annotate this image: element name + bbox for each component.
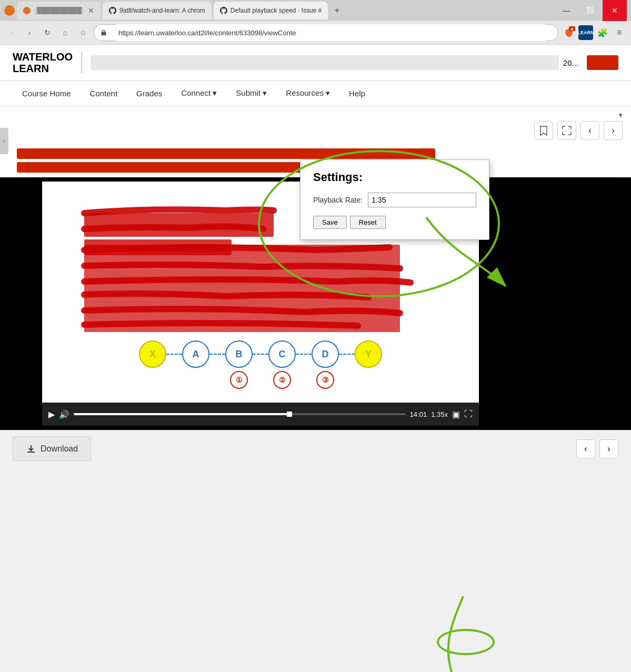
minimize-button[interactable]: —	[554, 0, 578, 21]
header-redacted-2	[587, 55, 618, 70]
redacted-line-2	[17, 162, 316, 173]
github-icon-tab2	[109, 7, 116, 14]
bottom-bar: Download ‹ ›	[0, 430, 631, 467]
node-d: D	[312, 340, 339, 368]
nav-resources[interactable]: Resources ▾	[276, 81, 339, 106]
sub-node-3: ③	[316, 371, 334, 389]
lock-icon	[101, 29, 107, 36]
play-button[interactable]: ▶	[48, 409, 55, 419]
tab-1-close[interactable]: ✕	[88, 6, 94, 15]
extensions-button[interactable]: 🧩	[595, 25, 610, 40]
url-input[interactable]	[110, 24, 552, 41]
content-dropdown[interactable]: ▾	[619, 111, 623, 119]
settings-popup: Settings: Playback Rate: Save Reset	[300, 159, 489, 240]
playback-rate-input[interactable]	[368, 193, 476, 207]
shield-count: ▲	[569, 26, 575, 31]
nav-grades[interactable]: Grades	[127, 82, 172, 106]
dash-1	[166, 354, 182, 355]
tab-1[interactable]: ██████████ ✕	[17, 2, 101, 19]
tab-2-title: 9at8/watch-and-learn: A chrom	[119, 7, 205, 14]
nav-submit[interactable]: Submit ▾	[226, 81, 276, 106]
main-nav: Course Home Content Grades Connect ▾ Sub…	[0, 81, 631, 107]
diagram-area: X A B	[42, 332, 479, 397]
node-y: Y	[355, 340, 382, 368]
nav-course-home[interactable]: Course Home	[13, 82, 81, 106]
maximize-button[interactable]: ⬜	[578, 0, 603, 21]
node-x: X	[139, 340, 166, 368]
svg-rect-1	[84, 213, 274, 237]
browser-actions: ▲ LEARN 🧩 ≡	[562, 25, 627, 40]
progress-fill	[74, 413, 289, 415]
back-button[interactable]: ‹	[4, 25, 19, 40]
save-button[interactable]: Save	[313, 216, 347, 229]
tab-3[interactable]: Default playback speed · Issue #	[214, 2, 328, 19]
time-display: 14:01	[410, 410, 427, 418]
github-icon-tab3	[220, 7, 227, 14]
site-header: WATERLOO LEARN 20...	[0, 45, 631, 81]
next-button[interactable]: ›	[604, 121, 623, 140]
video-left-black	[0, 182, 42, 426]
prev-button[interactable]: ‹	[580, 121, 599, 140]
dropdown-text: ▾	[619, 111, 623, 119]
redacted-line-1	[17, 148, 435, 159]
new-tab-button[interactable]: +	[330, 5, 344, 16]
expand-button[interactable]	[557, 121, 576, 140]
progress-bar[interactable]	[74, 413, 406, 415]
dash-3	[253, 354, 268, 355]
fullscreen-button[interactable]: ⛶	[464, 409, 473, 419]
speed-display[interactable]: 1.35x	[431, 410, 448, 418]
spacer-d2	[253, 371, 268, 389]
content-dropdown-area: ▾	[0, 107, 631, 119]
side-panel-toggle[interactable]: ›	[0, 128, 8, 154]
sub-node-1: ①	[230, 371, 248, 389]
tab-bar: ██████████ ✕ 9at8/watch-and-learn: A chr…	[0, 0, 631, 21]
content-wrapper: ▾ ‹ › ›	[0, 107, 631, 467]
bookmark-nav-button[interactable]: ☆	[76, 25, 91, 40]
expand-icon	[562, 126, 572, 135]
address-bar-container[interactable]	[94, 24, 558, 41]
node-row: X A B	[53, 340, 468, 368]
pip-button[interactable]: ▣	[452, 409, 460, 419]
sub-node-3-container: ③	[312, 371, 339, 389]
settings-title: Settings:	[313, 170, 476, 184]
toggle-arrow: ›	[3, 138, 5, 144]
node-c: C	[268, 340, 296, 368]
node-b: B	[225, 340, 253, 368]
spacer-x	[182, 371, 209, 389]
learn-extension-button[interactable]: LEARN	[578, 25, 593, 40]
dash-4	[296, 354, 312, 355]
sub-node-1-container: ①	[225, 371, 253, 389]
menu-button[interactable]: ≡	[612, 25, 627, 40]
waterloo-learn-logo: WATERLOO LEARN	[13, 51, 73, 74]
bookmark-icon	[539, 125, 548, 136]
volume-button[interactable]: 🔊	[59, 409, 69, 419]
download-icon	[26, 444, 36, 454]
brave-shield-button[interactable]: ▲	[562, 25, 576, 40]
brave-tab-icon	[23, 7, 31, 14]
spacer-d3	[296, 371, 312, 389]
bookmark-button[interactable]	[534, 121, 553, 140]
download-button[interactable]: Download	[13, 437, 91, 461]
settings-actions: Save Reset	[313, 216, 476, 229]
reset-button[interactable]: Reset	[350, 216, 386, 229]
refresh-button[interactable]: ↻	[40, 25, 55, 40]
sub-node-row: ① ② ③	[53, 371, 468, 389]
forward-button[interactable]: ›	[22, 25, 37, 40]
tab-1-title: ██████████	[35, 7, 84, 14]
home-button[interactable]: ⌂	[58, 25, 73, 40]
nav-connect[interactable]: Connect ▾	[172, 81, 226, 106]
browser-chrome: ██████████ ✕ 9at8/watch-and-learn: A chr…	[0, 0, 631, 45]
green-arrow-2	[421, 591, 526, 672]
nav-content[interactable]: Content	[81, 82, 127, 106]
nav-help[interactable]: Help	[339, 82, 375, 106]
page-content: WATERLOO LEARN 20... Course Home Content…	[0, 45, 631, 467]
bottom-prev-button[interactable]: ‹	[576, 439, 595, 458]
video-controls: ▶ 🔊 14:01 1.35x ▣ ⛶	[42, 403, 479, 426]
playback-rate-label: Playback Rate:	[313, 196, 363, 204]
close-button[interactable]: ✕	[603, 0, 627, 21]
bottom-next-button[interactable]: ›	[599, 439, 618, 458]
progress-thumb	[287, 412, 292, 417]
video-right-black	[479, 182, 631, 426]
node-a: A	[182, 340, 209, 368]
tab-2[interactable]: 9at8/watch-and-learn: A chrom	[103, 2, 212, 19]
